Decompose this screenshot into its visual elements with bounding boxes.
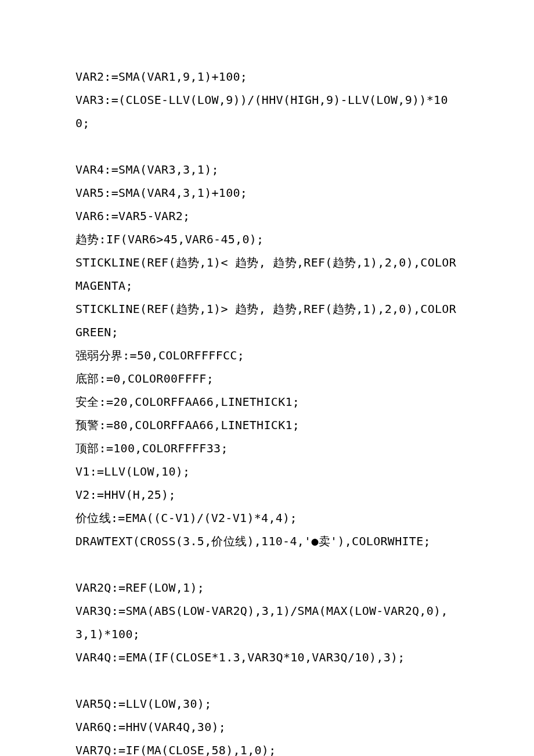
code-line: STICKLINE(REF(趋势,1)< 趋势, 趋势,REF(趋势,1),2,…	[75, 251, 459, 297]
code-line: VAR4:=SMA(VAR3,3,1);	[75, 158, 459, 181]
blank-line	[75, 669, 459, 692]
code-line: STICKLINE(REF(趋势,1)> 趋势, 趋势,REF(趋势,1),2,…	[75, 297, 459, 344]
code-line: VAR3Q:=SMA(ABS(LOW-VAR2Q),3,1)/SMA(MAX(L…	[75, 599, 459, 646]
code-line: VAR5Q:=LLV(LOW,30);	[75, 692, 459, 715]
code-line: VAR4Q:=EMA(IF(CLOSE*1.3,VAR3Q*10,VAR3Q/1…	[75, 646, 459, 669]
code-document: VAR2:=SMA(VAR1,9,1)+100; VAR3:=(CLOSE-LL…	[75, 65, 459, 756]
code-line: 预警:=80,COLORFFAA66,LINETHICK1;	[75, 413, 459, 437]
blank-line	[75, 553, 459, 576]
code-line: VAR3:=(CLOSE-LLV(LOW,9))/(HHV(HIGH,9)-LL…	[75, 88, 459, 135]
code-line: VAR5:=SMA(VAR4,3,1)+100;	[75, 181, 459, 204]
code-line: 安全:=20,COLORFFAA66,LINETHICK1;	[75, 390, 459, 413]
code-line: VAR2Q:=REF(LOW,1);	[75, 576, 459, 599]
code-line: VAR6:=VAR5-VAR2;	[75, 204, 459, 228]
code-line: VAR6Q:=HHV(VAR4Q,30);	[75, 715, 459, 739]
code-line: VAR2:=SMA(VAR1,9,1)+100;	[75, 65, 459, 88]
code-line: 价位线:=EMA((C-V1)/(V2-V1)*4,4);	[75, 506, 459, 530]
blank-line	[75, 135, 459, 158]
code-line: 底部:=0,COLOR00FFFF;	[75, 367, 459, 390]
code-line: 顶部:=100,COLORFFFF33;	[75, 437, 459, 460]
code-line: 趋势:IF(VAR6>45,VAR6-45,0);	[75, 228, 459, 251]
code-line: V1:=LLV(LOW,10);	[75, 460, 459, 483]
code-line: DRAWTEXT(CROSS(3.5,价位线),110-4,'●卖'),COLO…	[75, 530, 459, 553]
code-line: VAR7Q:=IF(MA(CLOSE,58),1,0);	[75, 739, 459, 756]
code-line: 强弱分界:=50,COLORFFFFCC;	[75, 344, 459, 367]
code-line: V2:=HHV(H,25);	[75, 483, 459, 506]
